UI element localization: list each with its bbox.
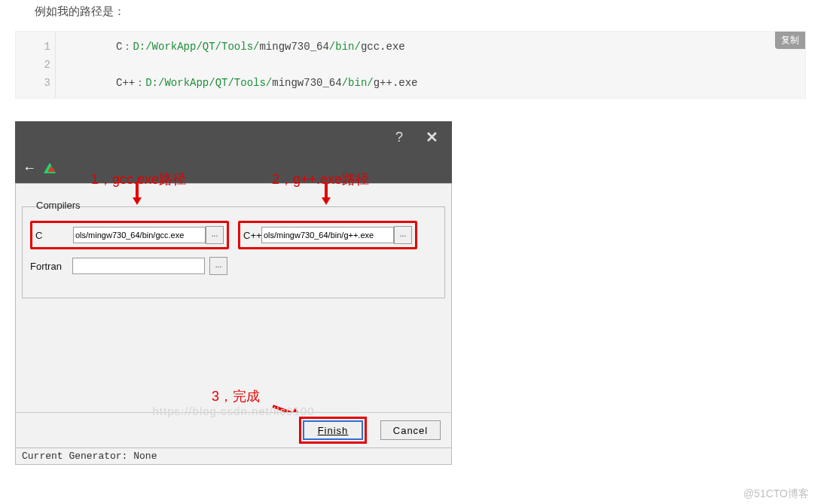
compiler-row-fortran: Fortran ... [30, 257, 437, 275]
compilers-fieldset: Compilers C ... C++ ... Fortran ... [22, 206, 445, 298]
line-number: 2 [20, 56, 50, 74]
c-compiler-group: C ... [30, 221, 229, 249]
close-icon[interactable]: ✕ [426, 128, 438, 146]
titlebar: ? ✕ [15, 121, 452, 153]
fortran-compiler-input[interactable] [72, 258, 205, 274]
line-number: 3 [20, 74, 50, 92]
line-number: 1 [20, 38, 50, 56]
compiler-row-c-cpp: C ... C++ ... [30, 221, 437, 249]
dialog-nav: ← [15, 153, 452, 183]
copy-button[interactable]: 复制 [775, 32, 805, 49]
browse-button[interactable]: ... [206, 226, 224, 244]
arrow-down-icon [322, 197, 331, 205]
intro-text: 例如我的路径是： [35, 5, 821, 19]
help-icon[interactable]: ? [395, 130, 403, 145]
browse-button[interactable]: ... [209, 257, 227, 275]
code-block: 1 2 3 C：D:/WorkApp/QT/Tools/mingw730_64/… [15, 31, 806, 99]
code-gutter: 1 2 3 [16, 32, 56, 98]
arrow-down-icon [133, 197, 142, 205]
c-compiler-input[interactable] [73, 227, 206, 243]
annotation-2: 2，g++.exe路径 [272, 170, 369, 188]
fieldset-legend: Compilers [33, 200, 84, 211]
c-label: C [35, 230, 73, 241]
back-icon[interactable]: ← [23, 160, 36, 176]
cpp-label: C++ [243, 230, 261, 241]
cpp-compiler-input[interactable] [261, 227, 394, 243]
browse-button[interactable]: ... [394, 226, 412, 244]
annotation-1: 1，gcc.exe路径 [91, 170, 186, 188]
finish-highlight: Finish [299, 417, 367, 444]
cmake-logo-icon [44, 163, 56, 173]
button-bar: Finish Cancel [16, 412, 451, 447]
code-content: C：D:/WorkApp/QT/Tools/mingw730_64/bin/gc… [56, 32, 418, 98]
finish-button[interactable]: Finish [303, 420, 363, 440]
status-bar: Current Generator: None [15, 448, 452, 465]
annotation-3: 3，完成 [212, 387, 260, 405]
cancel-button[interactable]: Cancel [380, 420, 441, 440]
dialog-screenshot: ? ✕ ← 1，gcc.exe路径 2，g++.exe路径 Compilers … [15, 121, 452, 465]
dialog-body: 1，gcc.exe路径 2，g++.exe路径 Compilers C ... … [15, 183, 452, 448]
fortran-label: Fortran [30, 261, 68, 272]
cpp-compiler-group: C++ ... [238, 221, 417, 249]
